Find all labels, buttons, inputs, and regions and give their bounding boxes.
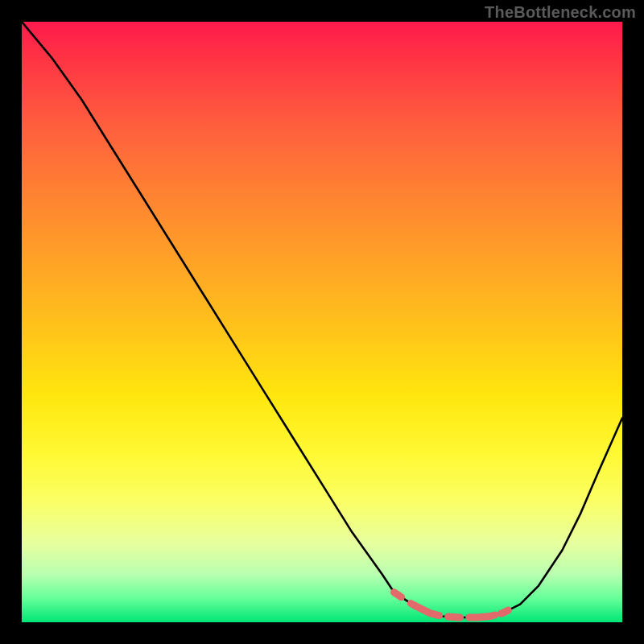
highlight-dashes [394, 592, 509, 617]
curve-layer [22, 22, 622, 622]
chart-frame: TheBottleneck.com [0, 0, 644, 644]
highlight-dash [469, 615, 495, 617]
highlight-dash [448, 617, 460, 617]
highlight-dash [411, 604, 439, 616]
highlight-dash [501, 610, 508, 613]
plot-area [22, 22, 622, 622]
bottleneck-curve [22, 22, 622, 617]
highlight-dash [394, 592, 402, 597]
watermark: TheBottleneck.com [485, 3, 636, 22]
